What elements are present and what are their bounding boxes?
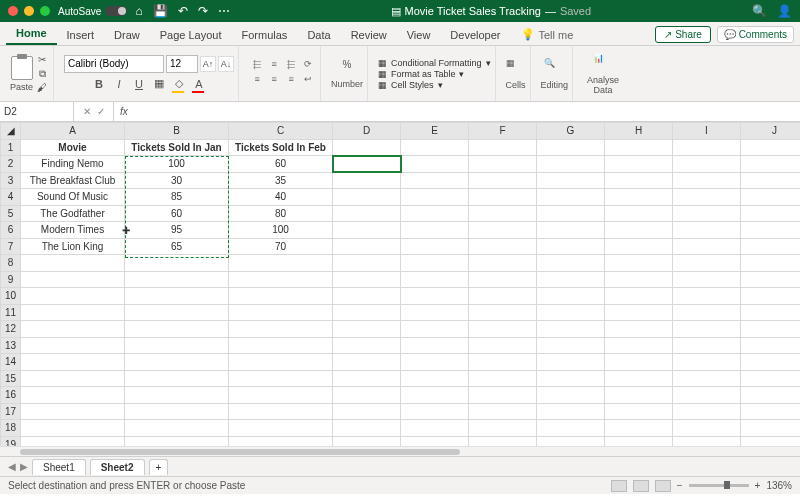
cell[interactable] [537, 354, 605, 371]
col-header-E[interactable]: E [401, 123, 469, 140]
editing-button[interactable]: 🔍 Editing [541, 58, 569, 90]
cell[interactable]: 95 [125, 222, 229, 239]
comments-button[interactable]: 💬 Comments [717, 26, 794, 43]
cell[interactable] [333, 288, 401, 305]
cell[interactable] [673, 354, 741, 371]
tab-insert[interactable]: Insert [57, 25, 105, 45]
decrease-font-icon[interactable]: A↓ [218, 56, 234, 72]
underline-button[interactable]: U [130, 75, 148, 93]
cell[interactable] [469, 255, 537, 272]
paste-button[interactable]: Paste [10, 56, 33, 92]
col-header-B[interactable]: B [125, 123, 229, 140]
cell[interactable] [605, 304, 673, 321]
cell[interactable] [605, 255, 673, 272]
redo-icon[interactable]: ↷ [198, 4, 208, 18]
cell[interactable] [741, 205, 801, 222]
cell[interactable] [673, 238, 741, 255]
cell[interactable] [537, 370, 605, 387]
user-icon[interactable]: 👤 [777, 4, 792, 18]
cell[interactable]: Finding Nemo [21, 156, 125, 173]
sheet-tab-2[interactable]: Sheet2 [90, 459, 145, 475]
cell[interactable] [333, 271, 401, 288]
col-header-C[interactable]: C [229, 123, 333, 140]
fill-color-button[interactable]: ◇ [170, 75, 188, 93]
zoom-level[interactable]: 136% [766, 480, 792, 491]
cell[interactable] [229, 271, 333, 288]
row-header[interactable]: 13 [1, 337, 21, 354]
cell[interactable] [537, 420, 605, 437]
cell[interactable]: 30 [125, 172, 229, 189]
cell[interactable] [673, 271, 741, 288]
cell[interactable] [673, 255, 741, 272]
tab-data[interactable]: Data [297, 25, 340, 45]
cell[interactable] [673, 403, 741, 420]
zoom-in-button[interactable]: + [755, 480, 761, 491]
row-header[interactable]: 1 [1, 139, 21, 156]
cell[interactable] [333, 172, 401, 189]
cell[interactable] [333, 238, 401, 255]
cell[interactable] [537, 238, 605, 255]
cell[interactable] [605, 271, 673, 288]
cell[interactable] [125, 337, 229, 354]
cell[interactable] [401, 172, 469, 189]
cell[interactable] [605, 222, 673, 239]
cell[interactable] [537, 205, 605, 222]
cell[interactable]: Sound Of Music [21, 189, 125, 206]
share-button[interactable]: ↗ Share [655, 26, 710, 43]
cell[interactable] [605, 337, 673, 354]
cell[interactable] [605, 403, 673, 420]
col-header-G[interactable]: G [537, 123, 605, 140]
align-right-icon[interactable]: ≡ [283, 74, 299, 88]
cell[interactable] [125, 288, 229, 305]
tab-developer[interactable]: Developer [440, 25, 510, 45]
cell[interactable] [333, 370, 401, 387]
spreadsheet-grid[interactable]: ◢ A B C D E F G H I J 1MovieTickets Sold… [0, 122, 800, 456]
tab-review[interactable]: Review [341, 25, 397, 45]
cell[interactable] [741, 222, 801, 239]
cell[interactable]: 60 [229, 156, 333, 173]
cell[interactable] [125, 255, 229, 272]
font-size-select[interactable] [166, 55, 198, 73]
cell[interactable] [333, 321, 401, 338]
cell[interactable] [401, 354, 469, 371]
cell-styles-button[interactable]: ▦Cell Styles ▾ [378, 80, 491, 90]
cell[interactable] [537, 156, 605, 173]
bold-button[interactable]: B [90, 75, 108, 93]
cell[interactable] [401, 205, 469, 222]
more-icon[interactable]: ⋯ [218, 4, 230, 18]
cell[interactable]: Tickets Sold In Feb [229, 139, 333, 156]
tell-me[interactable]: 💡Tell me [511, 24, 584, 45]
row-header[interactable]: 11 [1, 304, 21, 321]
cell[interactable] [673, 205, 741, 222]
search-icon[interactable]: 🔍 [752, 4, 767, 18]
cell[interactable]: 35 [229, 172, 333, 189]
cell[interactable] [229, 321, 333, 338]
cell[interactable] [537, 337, 605, 354]
row-header[interactable]: 4 [1, 189, 21, 206]
zoom-slider[interactable] [689, 484, 749, 487]
cancel-icon[interactable]: ✕ [83, 106, 91, 117]
cell[interactable] [401, 255, 469, 272]
row-header[interactable]: 7 [1, 238, 21, 255]
cell[interactable] [673, 189, 741, 206]
cell[interactable] [333, 304, 401, 321]
font-name-select[interactable] [64, 55, 164, 73]
cell[interactable] [333, 205, 401, 222]
cell[interactable] [401, 288, 469, 305]
cell[interactable] [21, 403, 125, 420]
cell[interactable] [469, 172, 537, 189]
zoom-out-button[interactable]: − [677, 480, 683, 491]
cell[interactable]: 100 [229, 222, 333, 239]
cell[interactable] [469, 238, 537, 255]
cell[interactable] [469, 288, 537, 305]
cell[interactable] [21, 304, 125, 321]
cell[interactable] [605, 321, 673, 338]
cell[interactable] [741, 354, 801, 371]
cell[interactable] [401, 420, 469, 437]
cell[interactable] [537, 271, 605, 288]
cell[interactable] [401, 139, 469, 156]
cell[interactable] [125, 354, 229, 371]
minimize-window[interactable] [24, 6, 34, 16]
cell[interactable] [469, 156, 537, 173]
cell[interactable] [401, 222, 469, 239]
